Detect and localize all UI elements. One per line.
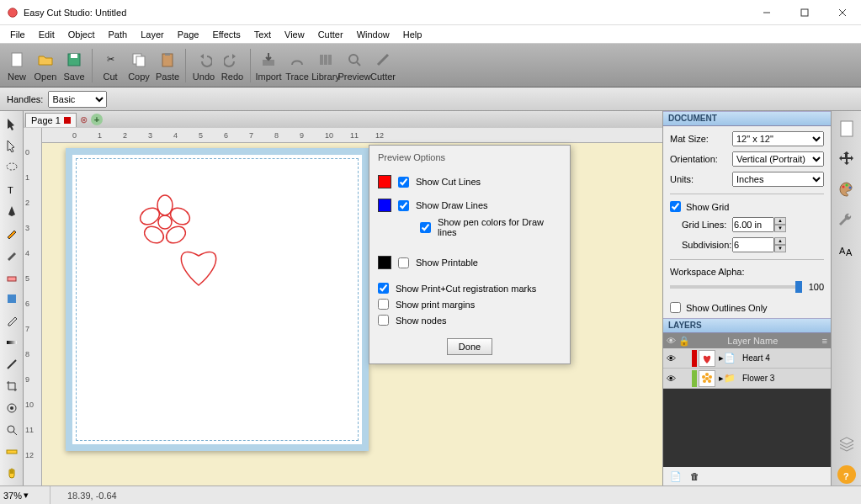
copy-icon [129, 50, 149, 70]
menu-edit[interactable]: Edit [32, 27, 61, 42]
new-button[interactable]: New [3, 46, 30, 85]
stencil-tool[interactable] [3, 399, 21, 417]
node-tool[interactable] [3, 136, 21, 155]
palette-icon[interactable] [836, 178, 858, 200]
lasso-tool[interactable] [3, 158, 21, 177]
menu-window[interactable]: Window [350, 27, 396, 42]
svg-point-32 [141, 223, 167, 247]
zoom-control[interactable]: 37%▾ [0, 486, 50, 504]
svg-rect-11 [165, 53, 170, 56]
layer-row[interactable]: 👁 ▸📁 Flower 3 [663, 369, 831, 389]
undo-button[interactable]: Undo [190, 46, 217, 85]
layer-color-swatch [692, 350, 697, 367]
gradient-tool[interactable] [3, 333, 21, 352]
mat-size-select[interactable]: 12" x 12" [732, 131, 824, 146]
show-grid-checkbox[interactable] [670, 201, 681, 212]
menu-layer[interactable]: Layer [134, 27, 171, 42]
maximize-button[interactable] [785, 0, 823, 24]
layers-icon[interactable] [836, 433, 858, 455]
cut-button[interactable]: ✂Cut [97, 46, 124, 85]
save-button[interactable]: Save [61, 46, 88, 85]
folder-icon [35, 50, 56, 70]
library-button[interactable]: Library [312, 46, 339, 85]
svg-rect-21 [8, 294, 16, 303]
pen-tool[interactable] [3, 202, 21, 220]
heart-shape[interactable] [169, 239, 228, 289]
shape-tool[interactable] [3, 289, 21, 308]
orientation-select[interactable]: Vertical (Portrait) [732, 151, 824, 167]
redo-icon [222, 50, 242, 70]
eye-icon[interactable]: 👁 [665, 374, 677, 384]
minimize-button[interactable] [747, 0, 785, 24]
dialog-title: Preview Options [369, 146, 570, 172]
page-tab-1[interactable]: Page 1 [25, 113, 77, 127]
show-reg-marks-checkbox[interactable] [378, 283, 389, 294]
menu-help[interactable]: Help [396, 27, 429, 42]
grid-lines-spinner[interactable]: ▲▼ [774, 217, 786, 232]
help-icon[interactable]: ? [836, 464, 858, 485]
text-tool[interactable]: T [3, 180, 21, 199]
eyedropper-tool[interactable] [3, 311, 21, 330]
done-button[interactable]: Done [447, 338, 492, 355]
eye-icon[interactable]: 👁 [665, 353, 677, 363]
layer-row[interactable]: 👁 ▸📄 Heart 4 [663, 348, 831, 369]
workspace-alpha-slider[interactable]: 100 [670, 282, 824, 292]
add-layer-button[interactable]: 📄 [670, 471, 682, 482]
paste-button[interactable]: Paste [154, 46, 181, 85]
svg-rect-27 [7, 450, 17, 454]
subdivision-spinner[interactable]: ▲▼ [774, 237, 786, 252]
add-page-button[interactable]: + [91, 114, 103, 125]
menu-text[interactable]: Text [247, 27, 278, 42]
menu-view[interactable]: View [278, 27, 311, 42]
cutter-button[interactable]: Cutter [369, 46, 396, 85]
layers-panel: 👁 🔒 Layer Name ≡ 👁 ▸📄 Heart 4 👁 ▸📁 Flowe [663, 333, 831, 485]
show-margins-checkbox[interactable] [378, 299, 389, 310]
menu-object[interactable]: Object [61, 27, 102, 42]
close-tab-icon[interactable]: ⊗ [80, 114, 88, 125]
hand-tool[interactable] [3, 464, 21, 483]
grid-lines-input[interactable] [732, 217, 774, 232]
chevron-down-icon: ▾ [24, 490, 29, 501]
preview-button[interactable]: Preview [341, 46, 368, 85]
tab-color-swatch [64, 117, 71, 124]
menu-effects[interactable]: Effects [205, 27, 247, 42]
status-bar: 37%▾ 18.39, -0.64 [0, 485, 861, 504]
delete-layer-button[interactable]: 🗑 [690, 471, 699, 481]
show-draw-lines-checkbox[interactable] [398, 200, 409, 211]
import-button[interactable]: Import [255, 46, 282, 85]
text-style-icon[interactable]: AA [836, 239, 858, 261]
show-printable-checkbox[interactable] [398, 257, 409, 268]
menu-file[interactable]: File [3, 27, 32, 42]
open-button[interactable]: Open [32, 46, 59, 85]
crop-tool[interactable] [3, 377, 21, 395]
subdivision-input[interactable] [732, 237, 774, 252]
show-cut-lines-checkbox[interactable] [398, 177, 409, 188]
right-tool-strip: AA ? [831, 111, 861, 485]
show-pen-colors-checkbox[interactable] [420, 222, 431, 233]
copy-button[interactable]: Copy [125, 46, 152, 85]
window-title: Easy Cut Studio: Untitled [24, 8, 747, 18]
trace-button[interactable]: Trace [284, 46, 311, 85]
menu-page[interactable]: Page [171, 27, 206, 42]
handles-select[interactable]: Basic [48, 91, 107, 108]
eraser-tool[interactable] [3, 268, 21, 286]
close-button[interactable] [823, 0, 861, 24]
redo-button[interactable]: Redo [219, 46, 246, 85]
knife-tool[interactable] [3, 355, 21, 374]
units-select[interactable]: Inches [732, 172, 824, 187]
menu-path[interactable]: Path [102, 27, 135, 42]
zoom-tool[interactable] [3, 421, 21, 439]
layers-menu-icon[interactable]: ≡ [819, 336, 831, 346]
show-outlines-checkbox[interactable] [670, 302, 681, 313]
brush-tool[interactable] [3, 246, 21, 264]
show-nodes-checkbox[interactable] [378, 315, 389, 326]
ruler-tool[interactable] [3, 443, 21, 461]
move-icon[interactable] [836, 148, 858, 170]
pencil-tool[interactable] [3, 224, 21, 242]
page-icon[interactable] [836, 118, 858, 140]
wrench-icon[interactable] [836, 209, 858, 231]
select-tool[interactable] [3, 114, 21, 133]
lock-column-icon: 🔒 [675, 336, 687, 347]
cutter-icon [373, 50, 393, 70]
menu-cutter[interactable]: Cutter [311, 27, 350, 42]
